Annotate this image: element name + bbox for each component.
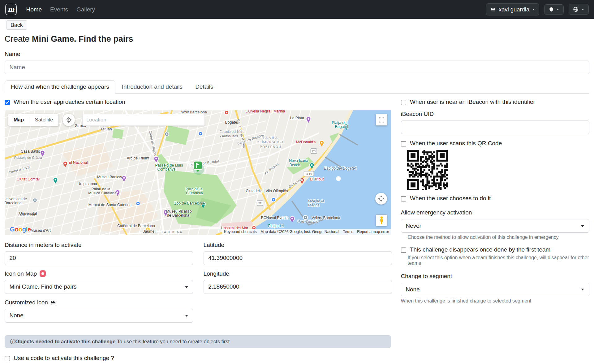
segment-value: None: [406, 286, 420, 293]
report-map-error-link[interactable]: Report a map error: [355, 230, 391, 234]
terms-link[interactable]: Terms: [341, 230, 355, 234]
shield-icon: [549, 7, 554, 12]
tab-details[interactable]: Details: [189, 80, 220, 94]
map-marker-icon: [40, 270, 46, 277]
ibeacon-checkbox[interactable]: [401, 100, 407, 105]
svg-text:B-19: B-19: [306, 172, 312, 176]
code-activate-checkbox[interactable]: [5, 356, 10, 362]
objects-alert-text: To use this feature you need to create o…: [117, 339, 230, 345]
tab-how-and-when[interactable]: How and when the challenge appears: [5, 80, 116, 94]
nav-item-gallery[interactable]: Gallery: [73, 3, 98, 16]
approach-location-checkbox[interactable]: [5, 100, 10, 105]
map-data-attribution: Map data ©2026 Google, Inst. Geogr. Naci…: [259, 230, 341, 234]
svg-text:Zoo de Barcelona: Zoo de Barcelona: [174, 201, 204, 205]
svg-text:Museu Picasso: Museu Picasso: [166, 209, 192, 214]
svg-text:Universitat: Universitat: [19, 211, 37, 216]
pan-button[interactable]: [375, 193, 387, 205]
tab-content: When the user approaches certain locatio…: [5, 94, 590, 364]
icon-on-map-select[interactable]: Mini Game. Find the pairs: [5, 280, 193, 294]
qr-checkbox[interactable]: [401, 141, 407, 147]
tab-bar: How and when the challenge appears Intro…: [5, 80, 590, 94]
globe-icon: [573, 6, 579, 12]
ibeacon-uid-label: iBeacon UID: [401, 111, 590, 117]
svg-text:Espigó del Bogatell: Espigó del Bogatell: [324, 166, 356, 170]
crosshair-icon: [65, 116, 72, 123]
pan-arrows-icon: [378, 195, 385, 202]
location-column: When the user approaches certain locatio…: [5, 95, 391, 364]
brand-logo[interactable]: m: [5, 4, 17, 15]
svg-text:La Plata: La Plata: [290, 116, 304, 120]
map-fields: Distance in meters to activate Icon on M…: [5, 236, 391, 328]
svg-text:22: 22: [258, 201, 262, 205]
emergency-select[interactable]: Never: [401, 219, 590, 233]
map-canvas[interactable]: 2322B-19Wolf.BarcelonaL'Ovella Negra | M…: [5, 110, 391, 235]
map-location-input[interactable]: [82, 114, 205, 126]
distance-input[interactable]: [5, 251, 193, 265]
nav-item-home[interactable]: Home: [23, 3, 45, 16]
code-activate-label: Use a code to activate this challenge ?: [14, 355, 114, 362]
latitude-input[interactable]: [204, 251, 392, 265]
disappears-checkbox[interactable]: [401, 248, 407, 253]
svg-text:Passeig de Gràcia: Passeig de Gràcia: [14, 156, 42, 159]
svg-text:Wolf.Barcelona: Wolf.Barcelona: [181, 110, 207, 114]
emergency-label: Allow emergency activation: [401, 209, 590, 216]
svg-text:Música Catalana: Música Catalana: [88, 191, 116, 195]
svg-text:- Autobusos: - Autobusos: [220, 134, 238, 138]
disappears-help: If you select this option when a team fi…: [408, 255, 590, 266]
user-name-label: xavi guardia: [499, 6, 529, 13]
svg-text:Passeig de Lluís: Passeig de Lluís: [155, 163, 183, 167]
info-icon: ⓘ: [10, 339, 15, 345]
map-type-satellite-button[interactable]: Satellite: [29, 114, 58, 126]
svg-text:LA RIBERA: LA RIBERA: [161, 231, 182, 234]
distance-label: Distance in meters to activate: [5, 242, 193, 248]
svg-text:Palau de la: Palau de la: [91, 187, 110, 191]
qr-label: When the user scans this QR Code: [410, 140, 502, 147]
qr-checkbox-row: When the user scans this QR Code: [401, 140, 590, 147]
fullscreen-button[interactable]: [376, 114, 387, 125]
svg-text:McDonald's: McDonald's: [296, 140, 316, 144]
security-menu-button[interactable]: [544, 4, 564, 15]
objects-alert: ⓘObjects needed to activate this challen…: [5, 335, 391, 348]
map: 2322B-19Wolf.BarcelonaL'Ovella Negra | M…: [5, 110, 391, 235]
svg-text:Ciutat Comtal: Ciutat Comtal: [17, 177, 40, 181]
page-title: Create Mini Game. Find the pairs: [5, 34, 590, 44]
disappears-label: This challenge disappears once done by t…: [410, 246, 550, 253]
user-menu-button[interactable]: xavi guardia: [486, 3, 540, 15]
pegman-button[interactable]: [376, 215, 387, 226]
emergency-value: Never: [406, 222, 421, 229]
svg-text:de Barcelona: de Barcelona: [167, 213, 189, 218]
svg-text:23: 23: [312, 149, 315, 153]
svg-text:Arc de Triomf: Arc de Triomf: [127, 156, 149, 160]
nav-item-events[interactable]: Events: [47, 3, 71, 16]
navbar-right: xavi guardia: [486, 3, 589, 15]
code-checkbox-row: Use a code to activate this challenge ?: [5, 355, 391, 362]
qr-code-image: [407, 150, 448, 190]
customized-icon-select[interactable]: None: [5, 309, 193, 322]
svg-text:LA VILA: LA VILA: [263, 136, 278, 140]
longitude-input[interactable]: [204, 280, 392, 294]
back-button[interactable]: Back: [6, 20, 27, 30]
map-type-map-button[interactable]: Map: [8, 114, 29, 126]
app-root: m Home Events Gallery xavi guardia: [0, 0, 594, 364]
name-input[interactable]: [5, 61, 590, 74]
google-logo[interactable]: Google: [10, 226, 31, 233]
svg-text:Velers Barcelona: Velers Barcelona: [312, 215, 340, 220]
svg-text:El Nacional: El Nacional: [68, 160, 88, 165]
svg-text:L'Ovella Negra | Marina: L'Ovella Negra | Marina: [245, 110, 285, 113]
keyboard-shortcuts-link[interactable]: Keyboard shortcuts: [222, 230, 259, 234]
caret-down-icon: [532, 9, 535, 10]
svg-text:Ciutadella: Ciutadella: [186, 191, 203, 195]
ibeacon-uid-input[interactable]: [401, 121, 590, 134]
customized-icon-label: Customized icon: [5, 299, 193, 306]
language-menu-button[interactable]: [569, 4, 589, 15]
fullscreen-icon: [379, 117, 384, 122]
main-container: Back Create Mini Game. Find the pairs Na…: [0, 19, 594, 364]
segment-help: When this challenge is finished change t…: [401, 298, 590, 304]
chooses-checkbox[interactable]: [401, 196, 407, 202]
segment-select[interactable]: None: [401, 283, 590, 296]
caret-down-icon: [557, 9, 559, 10]
tab-introduction-details[interactable]: Introduction and details: [115, 80, 189, 94]
svg-text:El Tribut: El Tribut: [310, 177, 324, 181]
svg-text:Platja del: Platja del: [268, 224, 283, 228]
navbar: m Home Events Gallery xavi guardia: [0, 0, 594, 19]
